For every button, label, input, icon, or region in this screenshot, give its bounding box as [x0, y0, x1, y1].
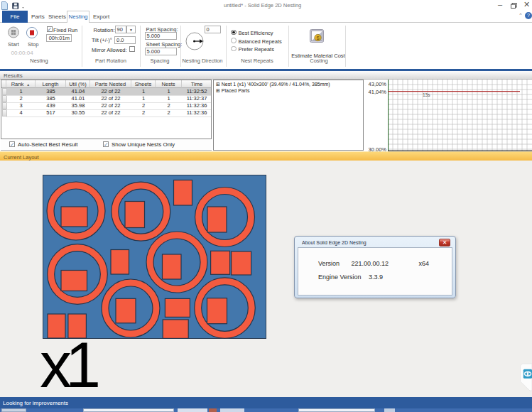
svg-text:13s: 13s: [423, 92, 430, 97]
